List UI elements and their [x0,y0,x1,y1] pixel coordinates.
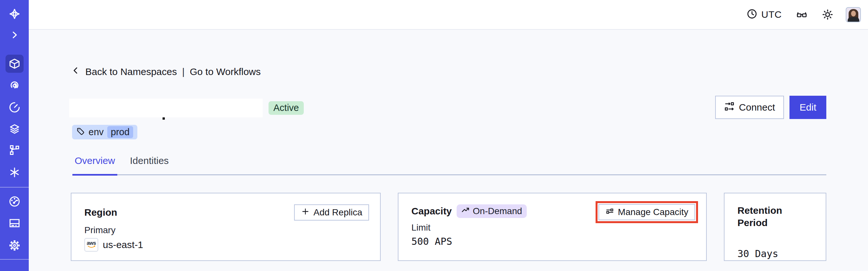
add-replica-label: Add Replica [313,207,362,218]
tab-bar: Overview Identities [72,155,826,175]
sidebar-item gauge-icon[interactable] [5,192,24,211]
edit-button[interactable]: Edit [789,96,826,119]
temporal-logo-icon[interactable] [5,5,24,23]
sidebar-item branch-icon[interactable] [5,141,24,159]
connect-button-label: Connect [739,102,775,113]
sidebar-item clock-icon[interactable] [5,98,24,116]
sidebar-item-namespaces cube-icon[interactable] [5,55,24,73]
sidebar-item layers-icon[interactable] [5,120,24,138]
theme-sun-icon[interactable] [822,9,833,20]
clock-icon [746,8,757,21]
region-card: Region Add Replica Primary aws [71,193,381,261]
glasses-icon[interactable] [796,9,808,20]
aws-logo-text: aws [87,241,96,245]
primary-label: Primary [84,225,369,236]
status-badge: Active [269,101,304,115]
sidebar-divider [0,187,29,187]
avatar-face [851,11,856,17]
sidebar-item credit-card-icon[interactable] [5,214,24,232]
limit-label: Limit [411,222,695,233]
ondemand-badge: On-Demand [457,204,527,218]
tag-key: env [89,127,104,138]
trending-up-icon [461,206,470,217]
top-bar: UTC [29,0,868,30]
connect-flow-icon [724,101,735,114]
user-avatar[interactable] [846,7,861,22]
redaction-stray-dot [162,117,165,120]
region-value: us-east-1 [103,239,143,250]
timezone-selector[interactable]: UTC [746,8,782,21]
header-actions: Connect Edit [715,96,826,119]
retention-card: Retention Period 30 Days [724,193,826,261]
namespace-title-row: Active [69,99,304,117]
tab-overview[interactable]: Overview [72,155,117,174]
aws-smile-icon [87,245,96,249]
sidebar-item globe-icon[interactable] [5,268,24,271]
annotation-highlight-box: Manage Capacity [596,201,698,223]
retention-card-title: Retention Period [738,204,815,229]
back-chevron-icon[interactable] [71,66,80,77]
ondemand-badge-label: On-Demand [473,206,522,216]
tag-value: prod [107,126,133,138]
connect-button[interactable]: Connect [715,96,784,119]
aws-logo-badge: aws [84,238,98,251]
main-content: Back to Namespaces | Go to Workflows Act… [29,30,868,271]
manage-capacity-label: Manage Capacity [618,207,688,217]
sliders-icon [605,207,614,218]
avatar-shirt [848,17,859,22]
retention-value: 30 Days [738,248,815,260]
add-replica-button[interactable]: Add Replica [294,204,369,220]
namespace-title-redaction [69,99,263,117]
sidebar-expand-chevron-right-icon[interactable] [5,26,24,44]
breadcrumb-workflows-link[interactable]: Go to Workflows [190,66,261,77]
sidebar-item gear-icon[interactable] [5,236,24,254]
capacity-card: Capacity On-Demand [398,193,707,261]
timezone-label: UTC [762,9,782,20]
sidebar-divider [0,259,29,260]
breadcrumb-back-link[interactable]: Back to Namespaces [85,66,177,77]
capacity-card-title: Capacity [411,205,452,217]
manage-capacity-button[interactable]: Manage Capacity [598,204,695,220]
region-card-title: Region [84,206,117,219]
limit-value: 500 APS [411,235,695,248]
namespace-tag-chip[interactable]: env prod [72,125,137,140]
sidebar-item asterisk-icon[interactable] [5,163,24,181]
namespace-detail-page: UTC [0,0,868,271]
sidebar-item spiral-icon[interactable] [5,76,24,94]
tab-identities[interactable]: Identities [128,155,171,174]
plus-icon [301,207,310,218]
tag-icon [76,127,85,137]
breadcrumb: Back to Namespaces | Go to Workflows [71,66,261,77]
breadcrumb-separator: | [182,66,185,77]
sidebar [0,0,29,271]
